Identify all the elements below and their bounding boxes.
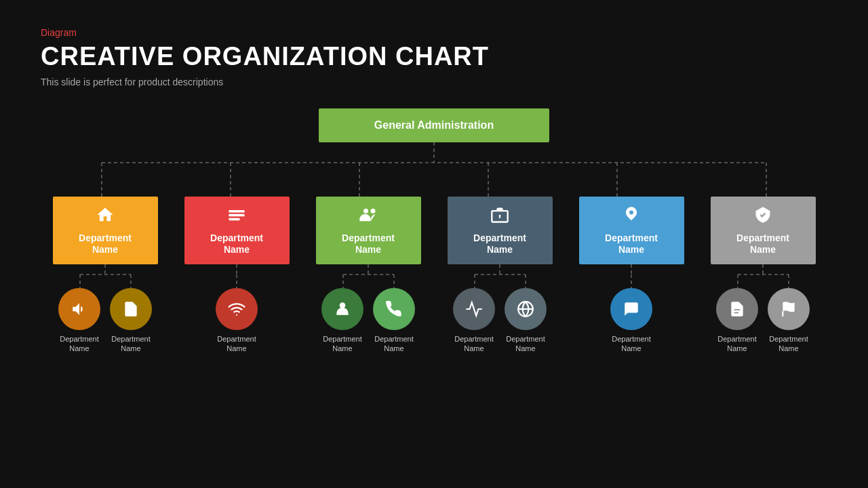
sub-row-2: Department Name: [216, 288, 258, 354]
sub-circle-1-2: [110, 288, 152, 330]
sub-item-3-2: Department Name: [373, 288, 415, 354]
sub-item-1-1: Department Name: [58, 288, 100, 354]
sub-item-6-2: Department Name: [768, 288, 810, 354]
sub-item-4-1: Department Name: [453, 288, 495, 354]
sub-row-3: Department NameDepartment Name: [321, 288, 415, 354]
sub-label-5-1: Department Name: [612, 334, 650, 354]
dept-icon-6: [753, 205, 772, 228]
sub-circle-4-2: [505, 288, 547, 330]
chart-area: General Administration Department NameDe…: [0, 108, 868, 354]
dept-box-6: Department Name: [711, 197, 816, 264]
sub-item-6-1: Department Name: [716, 288, 758, 354]
sub-circle-4-1: [453, 288, 495, 330]
dept-label-2: Department Name: [210, 232, 263, 256]
sub-label-3-2: Department Name: [374, 334, 413, 354]
dept-icon-1: [96, 205, 115, 228]
page-title: CREATIVE ORGANIZATION CHART: [41, 42, 827, 71]
header: Diagram CREATIVE ORGANIZATION CHART This…: [0, 0, 868, 101]
sub-label-6-2: Department Name: [769, 334, 808, 354]
svg-rect-12: [229, 210, 244, 213]
sub-connector-3: [316, 264, 421, 288]
sub-row-5: Department Name: [610, 288, 652, 354]
diagram-label: Diagram: [41, 27, 827, 38]
dept-box-5: Department Name: [579, 197, 684, 264]
dept-column-5: Department NameDepartment Name: [574, 197, 689, 354]
sub-connector-4: [448, 264, 553, 288]
page-subtitle: This slide is perfect for product descri…: [41, 77, 827, 87]
dept-box-4: Department Name: [448, 197, 553, 264]
svg-point-17: [363, 209, 368, 214]
dept-icon-5: [622, 205, 641, 228]
top-connectors: [47, 142, 821, 197]
sub-connector-6: [711, 264, 816, 288]
dept-column-2: Department NameDepartment Name: [179, 197, 294, 354]
sub-label-6-1: Department Name: [717, 334, 756, 354]
sub-item-2-1: Department Name: [216, 288, 258, 354]
dept-icon-2: [227, 205, 246, 228]
sub-circle-6-2: [768, 288, 810, 330]
sub-label-3-1: Department Name: [323, 334, 361, 354]
sub-item-1-2: Department Name: [110, 288, 152, 354]
dept-label-1: Department Name: [79, 232, 132, 256]
dept-column-6: Department NameDepartment NameDepartment…: [705, 197, 821, 354]
sub-circle-3-1: [321, 288, 363, 330]
sub-label-4-1: Department Name: [454, 334, 493, 354]
sub-connector-2: [184, 264, 290, 288]
top-node: General Administration: [319, 108, 549, 142]
sub-row-1: Department NameDepartment Name: [58, 288, 152, 354]
sub-item-4-2: Department Name: [505, 288, 547, 354]
sub-circle-5-1: [610, 288, 652, 330]
dept-column-4: Department NameDepartment NameDepartment…: [442, 197, 557, 354]
dept-column-1: Department NameDepartment NameDepartment…: [47, 197, 163, 354]
sub-connector-5: [579, 264, 684, 288]
dept-box-1: Department Name: [53, 197, 158, 264]
sub-row-4: Department NameDepartment Name: [453, 288, 547, 354]
sub-label-1-1: Department Name: [60, 334, 98, 354]
departments-row: Department NameDepartment NameDepartment…: [47, 197, 821, 354]
dept-column-3: Department NameDepartment NameDepartment…: [311, 197, 426, 354]
sub-circle-1-1: [58, 288, 100, 330]
svg-point-32: [629, 211, 633, 215]
sub-connector-1: [53, 264, 158, 288]
sub-item-5-1: Department Name: [610, 288, 652, 354]
sub-row-6: Department NameDepartment Name: [716, 288, 810, 354]
sub-circle-6-1: [716, 288, 758, 330]
sub-circle-2-1: [216, 288, 258, 330]
dept-box-2: Department Name: [184, 197, 290, 264]
sub-label-2-1: Department Name: [217, 334, 256, 354]
dept-label-3: Department Name: [342, 232, 395, 256]
sub-label-1-2: Department Name: [111, 334, 150, 354]
sub-label-4-2: Department Name: [506, 334, 545, 354]
sub-item-3-1: Department Name: [321, 288, 363, 354]
svg-rect-14: [229, 218, 239, 221]
dept-icon-3: [359, 205, 378, 228]
svg-point-18: [371, 209, 376, 214]
dept-box-3: Department Name: [316, 197, 421, 264]
dept-label-6: Department Name: [736, 232, 789, 256]
dept-label-5: Department Name: [605, 232, 658, 256]
svg-point-23: [340, 302, 346, 308]
sub-circle-3-2: [373, 288, 415, 330]
svg-rect-13: [229, 214, 244, 217]
dept-label-4: Department Name: [473, 232, 526, 256]
dept-icon-4: [490, 205, 509, 228]
